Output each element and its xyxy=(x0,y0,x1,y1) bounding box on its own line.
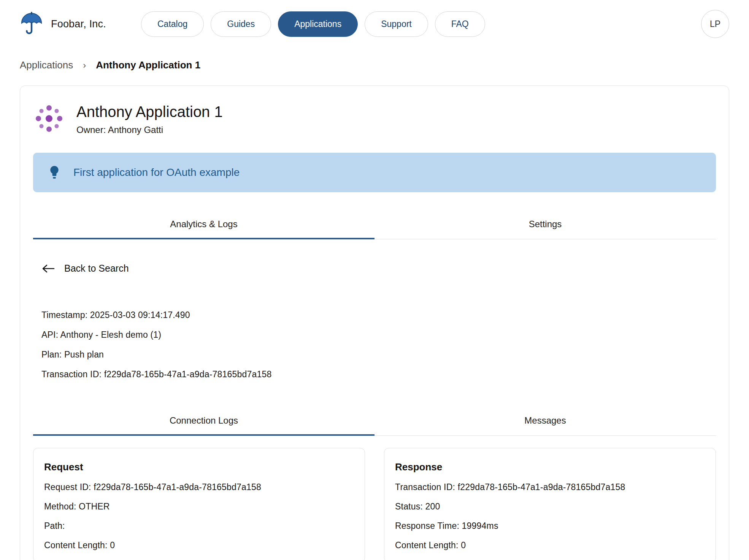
nav-item-guides[interactable]: Guides xyxy=(211,11,271,37)
brand-name: Foobar, Inc. xyxy=(51,18,106,30)
log-detail-transaction-id: Transaction ID: f229da78-165b-47a1-a9da-… xyxy=(41,369,716,380)
nav-item-support[interactable]: Support xyxy=(365,11,428,37)
tab-settings[interactable]: Settings xyxy=(374,210,716,239)
response-content-length: Content Length: 0 xyxy=(395,540,705,551)
main-nav: Catalog Guides Applications Support FAQ xyxy=(141,11,485,37)
app-icon xyxy=(33,103,65,134)
user-avatar[interactable]: LP xyxy=(701,10,729,38)
request-card: Request Request ID: f229da78-165b-47a1-a… xyxy=(33,448,365,560)
chevron-right-icon: › xyxy=(83,60,86,71)
breadcrumb-current: Anthony Application 1 xyxy=(96,59,200,71)
log-tabs: Connection Logs Messages xyxy=(33,406,716,436)
log-cards: Request Request ID: f229da78-165b-47a1-a… xyxy=(33,448,716,560)
tab-connection-logs[interactable]: Connection Logs xyxy=(33,406,374,436)
request-content-length: Content Length: 0 xyxy=(44,540,354,551)
main-tabs: Analytics & Logs Settings xyxy=(33,210,716,239)
nav-item-applications[interactable]: Applications xyxy=(278,11,358,37)
response-card-title: Response xyxy=(395,461,705,473)
response-transaction-id: Transaction ID: f229da78-165b-47a1-a9da-… xyxy=(395,482,705,492)
app-title: Anthony Application 1 xyxy=(76,103,223,120)
application-card: Anthony Application 1 Owner: Anthony Gat… xyxy=(20,85,729,560)
request-card-title: Request xyxy=(44,461,354,473)
breadcrumb-applications-link[interactable]: Applications xyxy=(20,59,73,71)
response-time: Response Time: 19994ms xyxy=(395,521,705,531)
app-description: First application for OAuth example xyxy=(73,166,240,179)
app-owner: Owner: Anthony Gatti xyxy=(76,125,223,135)
log-detail-plan: Plan: Push plan xyxy=(41,350,716,360)
request-id: Request ID: f229da78-165b-47a1-a9da-7816… xyxy=(44,482,354,492)
log-detail-timestamp: Timestamp: 2025-03-03 09:14:17.490 xyxy=(41,310,716,320)
brand-logo[interactable]: Foobar, Inc. xyxy=(20,12,106,36)
response-card: Response Transaction ID: f229da78-165b-4… xyxy=(384,448,716,560)
back-arrow-icon xyxy=(41,264,55,274)
back-to-search-label: Back to Search xyxy=(64,263,129,274)
description-banner: First application for OAuth example xyxy=(33,153,716,192)
response-status: Status: 200 xyxy=(395,501,705,512)
log-detail-api: API: Anthony - Elesh demo (1) xyxy=(41,330,716,340)
umbrella-icon xyxy=(20,12,43,36)
request-path: Path: xyxy=(44,521,354,531)
breadcrumb: Applications › Anthony Application 1 xyxy=(0,47,749,71)
page: Foobar, Inc. Catalog Guides Applications… xyxy=(0,0,749,560)
nav-item-faq[interactable]: FAQ xyxy=(435,11,485,37)
request-method: Method: OTHER xyxy=(44,501,354,512)
app-header: Anthony Application 1 Owner: Anthony Gat… xyxy=(33,103,716,135)
back-to-search-link[interactable]: Back to Search xyxy=(41,263,129,274)
top-nav: Foobar, Inc. Catalog Guides Applications… xyxy=(0,0,749,47)
lightbulb-icon xyxy=(48,165,60,180)
tab-analytics-logs[interactable]: Analytics & Logs xyxy=(33,210,374,239)
log-details: Timestamp: 2025-03-03 09:14:17.490 API: … xyxy=(41,310,716,380)
app-header-text: Anthony Application 1 Owner: Anthony Gat… xyxy=(76,103,223,135)
tab-messages[interactable]: Messages xyxy=(374,406,716,436)
nav-item-catalog[interactable]: Catalog xyxy=(141,11,204,37)
